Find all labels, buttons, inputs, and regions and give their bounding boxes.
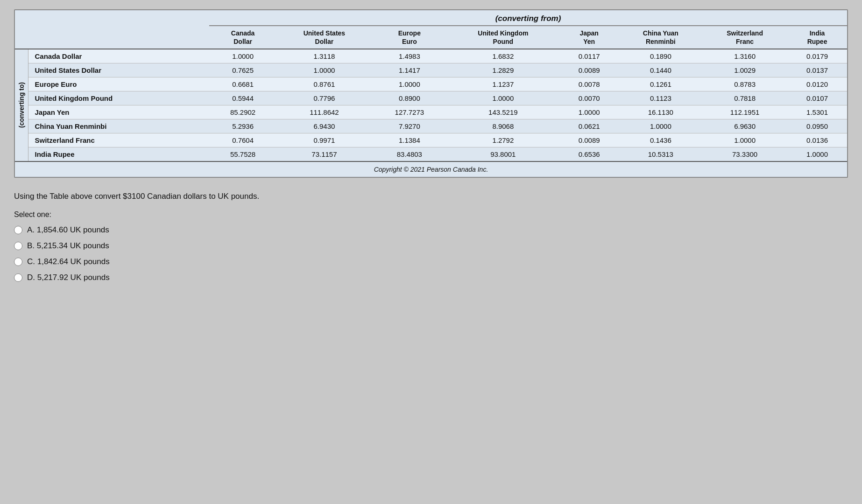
table-cell: 10.5313 <box>619 147 702 162</box>
table-cell: 0.7604 <box>209 133 276 147</box>
table-cell: 1.0000 <box>276 63 372 77</box>
table-cell: 143.5219 <box>447 105 559 119</box>
table-cell: 73.1157 <box>276 147 372 162</box>
table-cell: 0.0137 <box>787 63 847 77</box>
table-row: Europe Euro0.66810.87611.00001.12370.007… <box>15 77 847 91</box>
table-row: United Kingdom Pound0.59440.77960.89001.… <box>15 91 847 105</box>
table-cell: 6.9630 <box>702 119 787 133</box>
option-item-a: A. 1,854.60 UK pounds <box>14 225 848 235</box>
table-cell: 0.0089 <box>559 133 619 147</box>
table-cell: 1.6832 <box>447 49 559 63</box>
option-radio-a[interactable] <box>14 226 22 234</box>
col-header-uk-pound: United KingdomPound <box>447 26 559 49</box>
option-text: C. 1,842.64 UK pounds <box>27 257 110 266</box>
table-row: India Rupee55.752873.115783.480393.80010… <box>15 147 847 162</box>
currency-table-wrapper: (converting from) CanadaDollar United St… <box>14 9 848 178</box>
table-cell: 0.7796 <box>276 91 372 105</box>
table-cell: 1.0000 <box>209 49 276 63</box>
option-radio-c[interactable] <box>14 258 22 266</box>
option-radio-d[interactable] <box>14 273 22 282</box>
table-cell: 0.0078 <box>559 77 619 91</box>
table-cell: 0.5944 <box>209 91 276 105</box>
currency-table: (converting from) CanadaDollar United St… <box>15 10 847 177</box>
table-cell: 0.8783 <box>702 77 787 91</box>
row-label-cell: India Rupee <box>28 147 209 162</box>
table-cell: 0.1436 <box>619 133 702 147</box>
converting-to-label: (converting to) <box>15 49 28 161</box>
option-item-b: B. 5,215.34 UK pounds <box>14 241 848 251</box>
table-cell: 0.7818 <box>702 91 787 105</box>
options-list: A. 1,854.60 UK poundsB. 5,215.34 UK poun… <box>14 225 848 282</box>
table-cell: 0.0950 <box>787 119 847 133</box>
table-cell: 5.2936 <box>209 119 276 133</box>
table-cell: 0.1261 <box>619 77 702 91</box>
table-cell: 0.0089 <box>559 63 619 77</box>
table-cell: 0.1890 <box>619 49 702 63</box>
table-cell: 1.1417 <box>372 63 447 77</box>
table-row: China Yuan Renminbi5.29366.94307.92708.9… <box>15 119 847 133</box>
table-cell: 0.0107 <box>787 91 847 105</box>
empty-corner <box>15 10 209 26</box>
table-cell: 1.0000 <box>702 133 787 147</box>
side-label-col-header <box>15 26 28 49</box>
converting-from-header: (converting from) <box>209 10 847 26</box>
option-item-d: D. 5,217.92 UK pounds <box>14 273 848 282</box>
row-label-cell: Japan Yen <box>28 105 209 119</box>
table-cell: 1.0000 <box>372 77 447 91</box>
table-cell: 0.0070 <box>559 91 619 105</box>
table-cell: 0.0136 <box>787 133 847 147</box>
table-cell: 1.3160 <box>702 49 787 63</box>
table-cell: 0.0120 <box>787 77 847 91</box>
table-cell: 1.5301 <box>787 105 847 119</box>
table-cell: 16.1130 <box>619 105 702 119</box>
table-cell: 8.9068 <box>447 119 559 133</box>
table-cell: 111.8642 <box>276 105 372 119</box>
select-label: Select one: <box>14 210 848 219</box>
table-cell: 1.0000 <box>447 91 559 105</box>
table-cell: 73.3300 <box>702 147 787 162</box>
table-cell: 0.0179 <box>787 49 847 63</box>
table-cell: 0.9971 <box>276 133 372 147</box>
table-cell: 1.0029 <box>702 63 787 77</box>
table-cell: 1.0000 <box>619 119 702 133</box>
table-row: Switzerland Franc0.76040.99711.13841.279… <box>15 133 847 147</box>
table-row: Japan Yen85.2902111.8642127.7273143.5219… <box>15 105 847 119</box>
row-label-cell: United States Dollar <box>28 63 209 77</box>
table-cell: 1.2792 <box>447 133 559 147</box>
table-cell: 112.1951 <box>702 105 787 119</box>
table-cell: 0.8761 <box>276 77 372 91</box>
col-header-swiss-franc: SwitzerlandFranc <box>702 26 787 49</box>
question-text: Using the Table above convert $3100 Cana… <box>14 192 848 201</box>
option-text: D. 5,217.92 UK pounds <box>27 273 110 282</box>
col-header-europe-euro: EuropeEuro <box>372 26 447 49</box>
option-radio-b[interactable] <box>14 242 22 250</box>
row-label-cell: Switzerland Franc <box>28 133 209 147</box>
row-label-cell: China Yuan Renminbi <box>28 119 209 133</box>
copyright-text: Copyright © 2021 Pearson Canada Inc. <box>15 161 847 177</box>
table-cell: 0.0117 <box>559 49 619 63</box>
col-header-japan-yen: JapanYen <box>559 26 619 49</box>
row-label-cell: United Kingdom Pound <box>28 91 209 105</box>
row-label-col-header <box>28 26 209 49</box>
col-header-china-yuan: China YuanRenminbi <box>619 26 702 49</box>
table-cell: 0.7625 <box>209 63 276 77</box>
col-header-us-dollar: United StatesDollar <box>276 26 372 49</box>
table-cell: 85.2902 <box>209 105 276 119</box>
table-cell: 6.9430 <box>276 119 372 133</box>
table-cell: 0.1440 <box>619 63 702 77</box>
table-cell: 0.6681 <box>209 77 276 91</box>
table-cell: 0.6536 <box>559 147 619 162</box>
table-cell: 1.3118 <box>276 49 372 63</box>
option-text: A. 1,854.60 UK pounds <box>27 225 109 235</box>
table-cell: 127.7273 <box>372 105 447 119</box>
table-cell: 1.1237 <box>447 77 559 91</box>
table-cell: 1.1384 <box>372 133 447 147</box>
table-row: (converting to)Canada Dollar1.00001.3118… <box>15 49 847 63</box>
table-cell: 93.8001 <box>447 147 559 162</box>
table-cell: 1.4983 <box>372 49 447 63</box>
table-cell: 1.0000 <box>787 147 847 162</box>
table-cell: 1.2829 <box>447 63 559 77</box>
table-cell: 83.4803 <box>372 147 447 162</box>
row-label-cell: Europe Euro <box>28 77 209 91</box>
row-label-cell: Canada Dollar <box>28 49 209 63</box>
